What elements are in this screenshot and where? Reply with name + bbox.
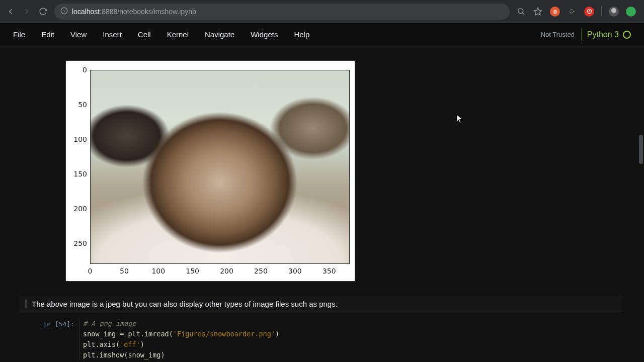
notebook-menubar: FileEditViewInsertCellKernelNavigateWidg… bbox=[0, 23, 644, 46]
y-tick: 50 bbox=[78, 101, 87, 109]
x-tick: 50 bbox=[120, 267, 129, 275]
extension-icon-3[interactable] bbox=[584, 7, 594, 17]
browser-toolbar: localhost:8888/notebooks/imshow.ipynb ◍ … bbox=[0, 0, 644, 23]
x-tick: 0 bbox=[88, 267, 93, 275]
markdown-cell[interactable]: The above image is a jpeg but you can al… bbox=[19, 295, 622, 313]
output-figure: 050100150200250 050100150200250300350 bbox=[65, 60, 355, 282]
svg-line-4 bbox=[522, 13, 524, 15]
svg-marker-5 bbox=[534, 8, 542, 15]
menu-widgets[interactable]: Widgets bbox=[251, 30, 278, 39]
input-prompt: In [54]: bbox=[19, 318, 79, 360]
menu-view[interactable]: View bbox=[70, 30, 87, 39]
code-line: # A png image bbox=[83, 318, 279, 329]
menu-help[interactable]: Help bbox=[294, 30, 309, 39]
y-tick: 200 bbox=[73, 205, 87, 213]
menu-kernel[interactable]: Kernel bbox=[167, 30, 189, 39]
extension-icon-1[interactable]: ◍ bbox=[550, 7, 560, 17]
kernel-status-icon[interactable] bbox=[623, 31, 631, 39]
x-tick: 300 bbox=[288, 267, 302, 275]
forward-button[interactable] bbox=[21, 6, 32, 17]
reload-button[interactable] bbox=[37, 6, 48, 17]
code-line: plt.imshow(snow_img) bbox=[83, 350, 279, 360]
toolbar-separator bbox=[601, 7, 602, 17]
y-tick: 150 bbox=[73, 170, 87, 178]
extension-icon-2[interactable]: ⧂ bbox=[567, 7, 577, 17]
x-tick: 250 bbox=[254, 267, 268, 275]
x-tick: 350 bbox=[323, 267, 336, 275]
code-editor[interactable]: # A png imagesnow_img = plt.imread('Figu… bbox=[79, 318, 279, 360]
notebook-area: 050100150200250 050100150200250300350 Th… bbox=[0, 46, 644, 362]
profile-avatar[interactable] bbox=[609, 7, 619, 17]
extension-icon-4[interactable] bbox=[626, 7, 636, 17]
markdown-text: The above image is a jpeg but you can al… bbox=[25, 300, 622, 308]
nav-buttons bbox=[5, 6, 48, 17]
toolbar-actions: ◍ ⧂ bbox=[516, 7, 639, 17]
x-tick: 200 bbox=[220, 267, 233, 275]
code-cell[interactable]: In [54]: # A png imagesnow_img = plt.imr… bbox=[19, 318, 622, 360]
kernel-separator bbox=[582, 28, 582, 41]
x-tick: 100 bbox=[151, 267, 165, 275]
menu-edit[interactable]: Edit bbox=[41, 30, 54, 39]
address-bar[interactable]: localhost:8888/notebooks/imshow.ipynb bbox=[54, 4, 510, 20]
menu-cell[interactable]: Cell bbox=[138, 30, 151, 39]
menu-insert[interactable]: Insert bbox=[103, 30, 122, 39]
imshow-image bbox=[90, 70, 350, 264]
code-line: snow_img = plt.imread('Figures/snowboard… bbox=[83, 329, 279, 339]
bookmark-star-icon[interactable] bbox=[533, 7, 543, 17]
y-tick: 100 bbox=[73, 135, 87, 143]
kernel-name[interactable]: Python 3 bbox=[587, 30, 619, 39]
y-tick: 250 bbox=[73, 239, 87, 247]
code-line: plt.axis('off') bbox=[83, 339, 279, 350]
trust-indicator[interactable]: Not Trusted bbox=[541, 31, 575, 38]
svg-point-3 bbox=[518, 9, 523, 14]
site-info-icon[interactable] bbox=[60, 7, 68, 16]
menu-navigate[interactable]: Navigate bbox=[205, 30, 234, 39]
url-text: localhost:8888/notebooks/imshow.ipynb bbox=[72, 8, 196, 16]
menu-file[interactable]: File bbox=[13, 30, 25, 39]
scrollbar-thumb[interactable] bbox=[639, 135, 643, 164]
back-button[interactable] bbox=[5, 6, 16, 17]
search-icon[interactable] bbox=[516, 7, 526, 17]
y-tick: 0 bbox=[83, 66, 87, 74]
x-tick: 150 bbox=[186, 267, 199, 275]
